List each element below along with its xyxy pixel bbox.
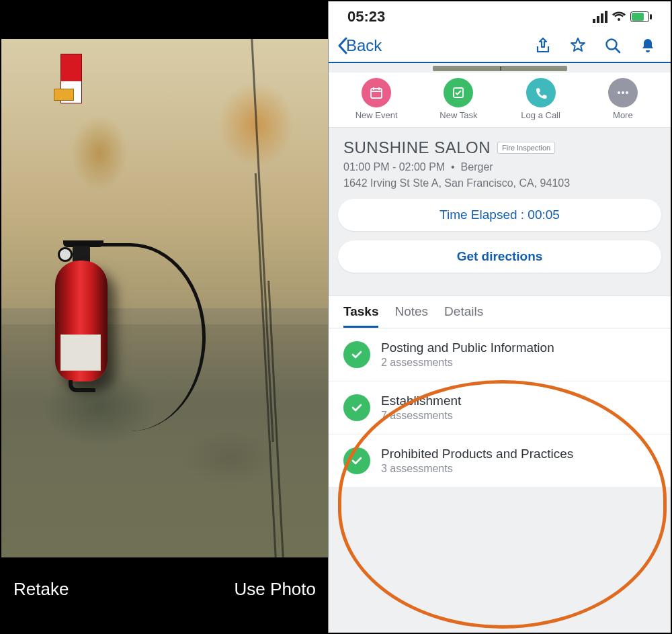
record-time-owner: 01:00 PM - 02:00 PM • Berger — [343, 161, 656, 173]
task-row[interactable]: Establishment7 assessments — [329, 381, 671, 435]
search-icon[interactable] — [603, 36, 622, 55]
status-bar: 05:23 — [329, 1, 671, 32]
camera-top-bar — [1, 1, 328, 39]
checkmark-icon — [343, 394, 370, 421]
retake-button[interactable]: Retake — [13, 579, 69, 600]
nav-bar: Back — [329, 32, 671, 63]
fire-sign-small — [54, 89, 74, 101]
tasks-list: Posting and Public Information2 assessme… — [329, 328, 671, 488]
quick-action-more[interactable]: More — [593, 78, 653, 120]
back-button[interactable]: Back — [337, 36, 382, 55]
captured-photo — [1, 39, 328, 557]
quick-action-label: More — [613, 110, 633, 120]
quick-action-label: Log a Call — [521, 110, 560, 120]
extinguisher-gauge — [58, 247, 73, 262]
quick-action-new-task[interactable]: New Task — [428, 78, 489, 120]
extinguisher-body — [55, 261, 108, 381]
task-title: Posting and Public Information — [381, 341, 554, 355]
tab-notes[interactable]: Notes — [394, 304, 428, 328]
record-title: SUNSHINE SALON — [343, 138, 491, 157]
app-panel: 05:23 Back — [329, 1, 671, 633]
task-title: Prohibited Products and Practices — [381, 447, 573, 461]
tab-details[interactable]: Details — [444, 304, 483, 328]
extinguisher-stand — [69, 380, 95, 392]
quick-action-label: New Task — [439, 110, 477, 120]
record-address: 1642 Irving St Ste A, San Francisco, CA,… — [343, 177, 656, 189]
cellular-signal-icon — [593, 11, 607, 23]
record-type-tag: Fire Inspection — [497, 142, 555, 154]
record-header: SUNSHINE SALON Fire Inspection 01:00 PM … — [329, 128, 671, 199]
checkmark-icon — [343, 447, 370, 474]
calendar-icon — [362, 78, 391, 107]
svg-point-7 — [622, 91, 624, 94]
task-subtitle: 3 assessments — [381, 463, 573, 475]
checklist-icon — [444, 78, 473, 107]
fire-extinguisher — [55, 227, 114, 388]
svg-rect-4 — [371, 89, 382, 98]
task-row[interactable]: Prohibited Products and Practices3 asses… — [329, 435, 671, 488]
bell-icon[interactable] — [638, 36, 657, 55]
use-photo-button[interactable]: Use Photo — [235, 579, 316, 600]
back-label: Back — [346, 36, 382, 55]
tabs-row: TasksNotesDetails — [329, 296, 671, 328]
wifi-icon — [612, 11, 626, 23]
quick-action-log-a-call[interactable]: Log a Call — [511, 78, 571, 120]
svg-point-6 — [618, 91, 620, 94]
svg-rect-1 — [632, 13, 644, 21]
battery-icon — [630, 11, 652, 22]
share-icon[interactable] — [534, 36, 552, 55]
extinguisher-label — [60, 334, 101, 371]
task-title: Establishment — [381, 394, 461, 408]
checkmark-icon — [343, 341, 370, 368]
quick-action-new-event[interactable]: New Event — [346, 78, 407, 120]
tab-tasks[interactable]: Tasks — [343, 304, 378, 328]
quick-actions-row: New EventNew TaskLog a CallMore — [329, 73, 671, 128]
camera-capture-panel: Retake Use Photo — [1, 1, 329, 633]
quick-action-label: New Event — [355, 110, 398, 120]
task-row[interactable]: Posting and Public Information2 assessme… — [329, 328, 671, 381]
star-icon[interactable] — [569, 36, 587, 55]
camera-bottom-bar: Retake Use Photo — [1, 557, 328, 633]
svg-rect-2 — [650, 14, 652, 19]
time-elapsed-pill[interactable]: Time Elapsed : 00:05 — [338, 199, 661, 231]
status-time: 05:23 — [347, 8, 385, 26]
screenshot-frame: Retake Use Photo 05:23 Back — [0, 0, 672, 634]
svg-point-8 — [626, 91, 628, 94]
task-subtitle: 2 assessments — [381, 357, 554, 369]
get-directions-button[interactable]: Get directions — [338, 240, 661, 273]
task-subtitle: 7 assessments — [381, 410, 461, 422]
dots-icon — [608, 78, 638, 107]
scroll-indicator — [329, 66, 671, 73]
phone-icon — [526, 78, 556, 107]
